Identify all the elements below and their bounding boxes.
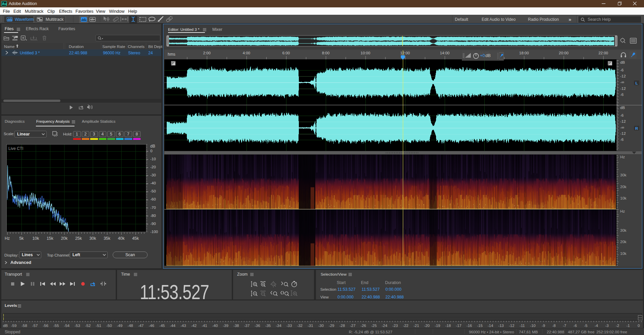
svg-text:Live CTI: Live CTI <box>8 146 23 151</box>
